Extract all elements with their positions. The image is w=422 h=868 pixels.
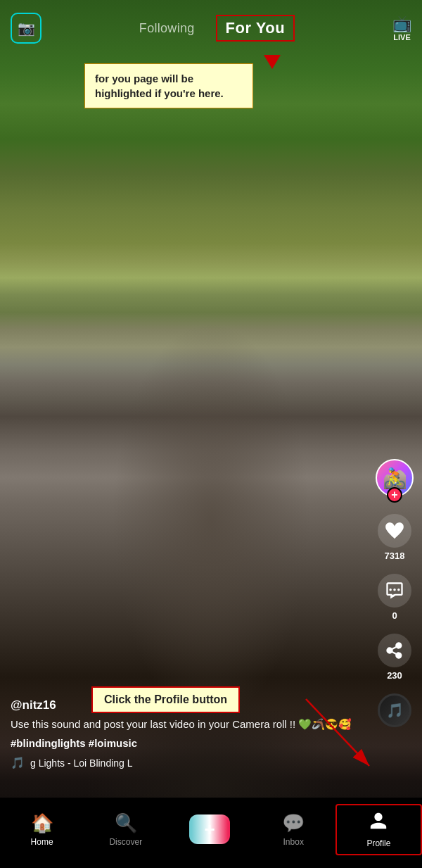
top-nav-center: Following For You: [41, 15, 392, 42]
svg-line-4: [306, 699, 369, 766]
add-video-button[interactable]: 📷: [11, 13, 41, 44]
nav-profile[interactable]: Profile: [335, 804, 422, 855]
home-icon: 🏠: [31, 812, 53, 834]
comment-icon: [378, 574, 411, 608]
arrow-to-profile: [299, 692, 383, 776]
nav-discover[interactable]: 🔍 Discover: [84, 807, 167, 853]
inbox-icon: 💬: [282, 812, 305, 834]
profile-icon: [369, 811, 388, 836]
follow-plus-button[interactable]: +: [387, 487, 402, 503]
live-label: LIVE: [393, 33, 410, 42]
nav-home[interactable]: 🏠 Home: [0, 807, 84, 853]
share-count: 230: [387, 670, 402, 681]
share-button[interactable]: 230: [378, 634, 411, 681]
live-button[interactable]: 📺 LIVE: [392, 15, 411, 42]
inbox-label: Inbox: [283, 837, 304, 847]
nav-create[interactable]: +: [167, 810, 251, 848]
profile-label: Profile: [366, 838, 390, 848]
plus-icon: +: [204, 819, 215, 841]
annotation-top-text: for you page will be highlighted if you'…: [95, 73, 224, 99]
like-count: 7318: [385, 551, 405, 561]
avatar-emoji: 🚵: [383, 467, 407, 490]
discover-label: Discover: [109, 837, 142, 847]
annotation-for-you: for you page will be highlighted if you'…: [84, 63, 253, 108]
home-label: Home: [31, 837, 53, 847]
arrow-down-indicator: [264, 55, 281, 69]
like-button[interactable]: 7318: [378, 514, 411, 561]
comment-button[interactable]: 0: [378, 574, 411, 621]
tv-icon: 📺: [392, 15, 411, 33]
music-text: g Lights - Loi Blinding L: [30, 757, 133, 769]
camera-plus-icon: 📷: [18, 20, 35, 37]
music-note-icon: 🎵: [386, 702, 404, 719]
annotation-bottom-text: Click the Profile button: [104, 693, 227, 705]
bottom-navigation: 🏠 Home 🔍 Discover + 💬 Inbox Profile: [0, 798, 422, 868]
discover-icon: 🔍: [115, 812, 137, 834]
create-button[interactable]: +: [191, 816, 229, 843]
for-you-tab[interactable]: For You: [216, 15, 295, 42]
creator-avatar[interactable]: 🚵 +: [376, 459, 414, 497]
music-icon: 🎵: [11, 756, 25, 769]
top-navigation: 📷 Following For You 📺 LIVE: [0, 0, 422, 56]
svg-point-0: [389, 589, 392, 591]
svg-point-1: [393, 589, 396, 591]
nav-inbox[interactable]: 💬 Inbox: [252, 807, 335, 853]
annotation-profile: Click the Profile button: [91, 686, 240, 713]
right-action-buttons: 🚵 + 7318 0 230: [376, 459, 414, 727]
share-icon: [378, 634, 411, 667]
heart-icon: [378, 514, 411, 548]
svg-point-2: [397, 589, 400, 591]
comment-count: 0: [392, 610, 397, 621]
following-tab[interactable]: Following: [139, 21, 195, 36]
